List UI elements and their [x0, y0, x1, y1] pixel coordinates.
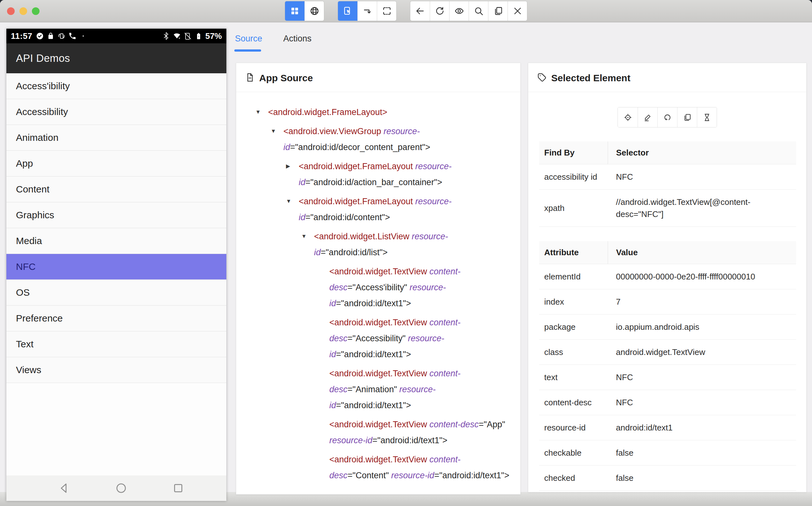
tag-icon: [537, 73, 547, 83]
triangle-left-icon: [57, 482, 71, 495]
list-item-graphics[interactable]: Graphics: [6, 202, 226, 228]
swipe-icon: [363, 6, 372, 16]
selected-element-panel: Selected Element Find BySelectoraccessib…: [528, 63, 807, 492]
list-item-views[interactable]: Views: [6, 357, 226, 383]
dot-icon: [79, 32, 87, 40]
list-item-content[interactable]: Content: [6, 176, 226, 202]
swipe-by-coordinates-mode-button[interactable]: [357, 1, 377, 21]
list-item-access-ibility[interactable]: Access'ibility: [6, 73, 226, 99]
native-app-mode-button[interactable]: [285, 1, 304, 21]
xml-tree-node[interactable]: <android.widget.TextView content-desc="A…: [236, 263, 511, 311]
xml-node-text: <android.widget.FrameLayout resource-id=…: [299, 158, 511, 190]
column-header: Selector: [608, 142, 796, 164]
value-cell: 00000000-0000-0e20-ffff-ffff00000010: [608, 264, 796, 289]
status-bar-clock: 11:57: [11, 31, 32, 41]
active-tab-underline: [234, 50, 261, 52]
android-nav-bar: [6, 476, 226, 501]
list-item-animation[interactable]: Animation: [6, 125, 226, 151]
refresh-source-button[interactable]: [430, 1, 449, 21]
key-cell: accessibility id: [539, 164, 608, 190]
android-back-button[interactable]: [57, 482, 71, 495]
xml-tree-node[interactable]: <android.widget.TextView content-desc="A…: [236, 365, 511, 413]
list-item-os[interactable]: OS: [6, 280, 226, 306]
list-item-nfc[interactable]: NFC: [6, 254, 226, 280]
xml-tree-node[interactable]: ▼<android.widget.ListView resource-id="a…: [236, 229, 511, 260]
xml-node-text: <android.widget.TextView content-desc="A…: [329, 263, 511, 311]
attribute-row: checkedfalse: [539, 466, 796, 491]
xml-node-text: <android.widget.TextView content-desc="C…: [329, 451, 511, 483]
android-home-button[interactable]: [115, 482, 128, 495]
bag-icon: [47, 32, 55, 40]
xml-tree-node[interactable]: ▼<android.widget.FrameLayout>: [236, 104, 511, 120]
quit-session-button[interactable]: [508, 1, 527, 21]
toggle-screenshot-button[interactable]: [449, 1, 469, 21]
caret-open-icon[interactable]: ▼: [286, 193, 299, 209]
clear-element-button[interactable]: [657, 107, 677, 127]
tab-actions[interactable]: Actions: [283, 34, 312, 44]
key-cell: text: [539, 365, 608, 390]
caret-closed-icon[interactable]: ▶: [286, 158, 299, 174]
attribute-row: index7: [539, 289, 796, 315]
element-action-row: [528, 107, 806, 127]
attribute-row: packageio.appium.android.apis: [539, 315, 796, 340]
column-header: Attribute: [539, 241, 608, 264]
xml-tree-node[interactable]: <android.widget.TextView content-desc="C…: [236, 451, 511, 483]
xml-tree-node[interactable]: ▼<android.widget.FrameLayout resource-id…: [236, 193, 511, 225]
back-arrow-icon: [415, 6, 425, 16]
tap-by-coordinates-mode-button[interactable]: [377, 1, 396, 21]
go-back-button[interactable]: [410, 1, 430, 21]
send-keys-button[interactable]: [638, 107, 657, 127]
copy-xml-source-button[interactable]: [488, 1, 508, 21]
edit-icon: [643, 113, 652, 122]
selected-element-title: Selected Element: [551, 73, 630, 83]
column-header: Value: [608, 241, 796, 264]
copy-attributes-button[interactable]: [677, 107, 697, 127]
android-action-bar: API Demos: [6, 43, 226, 73]
attribute-row: textNFC: [539, 365, 796, 390]
circle-icon: [115, 482, 128, 495]
main-content: 11:57 57% API Demos Access'ibilityAccess…: [0, 22, 812, 506]
copy-icon: [683, 113, 691, 122]
key-cell: package: [539, 315, 608, 340]
key-cell: checked: [539, 466, 608, 491]
web-hybrid-mode-button[interactable]: [304, 1, 324, 21]
search-icon: [474, 6, 484, 16]
find-by-row: xpath//android.widget.TextView[@content-…: [539, 190, 796, 227]
column-header: Find By: [539, 142, 608, 164]
clear-icon: [663, 113, 672, 122]
xml-node-text: <android.view.ViewGroup resource-id="and…: [283, 123, 511, 155]
xml-tree-node[interactable]: <android.widget.TextView content-desc="A…: [236, 315, 511, 362]
globe-icon: [309, 6, 319, 16]
list-item-app[interactable]: App: [6, 151, 226, 176]
xml-tree-node[interactable]: ▶<android.widget.FrameLayout resource-id…: [236, 158, 511, 190]
attribute-row: resource-idandroid:id/text1: [539, 415, 796, 440]
search-for-element-button[interactable]: [469, 1, 488, 21]
tap-element-button[interactable]: [618, 107, 638, 127]
select-elements-mode-button[interactable]: [338, 1, 357, 21]
caret-open-icon[interactable]: ▼: [255, 104, 268, 120]
get-timing-button[interactable]: [697, 107, 717, 127]
xml-node-text: <android.widget.FrameLayout>: [268, 104, 511, 120]
list-item-accessibility[interactable]: Accessibility: [6, 99, 226, 125]
list-item-media[interactable]: Media: [6, 228, 226, 254]
caret-open-icon[interactable]: ▼: [301, 229, 314, 244]
tab-source[interactable]: Source: [235, 34, 263, 44]
xml-tree-node[interactable]: <android.widget.TextView content-desc="A…: [236, 416, 511, 448]
list-item-preference[interactable]: Preference: [6, 306, 226, 331]
panel-tabs: SourceActions: [235, 34, 311, 44]
device-screenshot-panel[interactable]: 11:57 57% API Demos Access'ibilityAccess…: [6, 29, 226, 501]
list-item-text[interactable]: Text: [6, 331, 226, 357]
value-cell: true: [608, 491, 796, 493]
key-cell: index: [539, 289, 608, 315]
attribute-row: checkablefalse: [539, 440, 796, 466]
bluetooth-icon: [162, 32, 170, 40]
refresh-icon: [435, 6, 445, 16]
grid-icon: [290, 6, 300, 16]
attribute-row: elementId00000000-0000-0e20-ffff-ffff000…: [539, 264, 796, 289]
key-cell: class: [539, 340, 608, 365]
toolbar-group: [410, 1, 527, 21]
android-recents-button[interactable]: [171, 482, 185, 495]
caret-open-icon[interactable]: ▼: [271, 123, 283, 139]
xml-tree-node[interactable]: ▼<android.view.ViewGroup resource-id="an…: [236, 123, 511, 155]
rotate-phone-icon: [57, 32, 66, 40]
